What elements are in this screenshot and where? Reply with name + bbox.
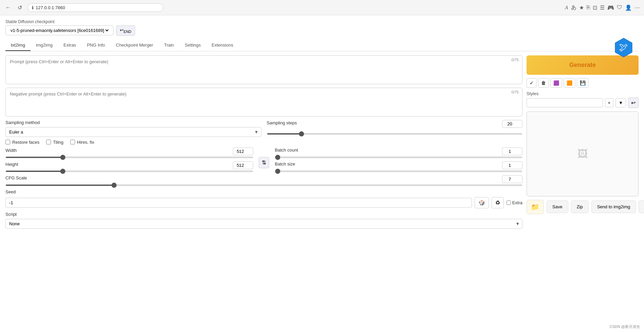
profile-icon[interactable]: 𝐴: [565, 4, 568, 11]
translate-icon[interactable]: あ: [571, 4, 576, 11]
go-icon: ↩: [631, 100, 636, 106]
positive-prompt-box: 0/75: [5, 55, 522, 84]
seed-recycle-button[interactable]: ♻: [492, 197, 504, 208]
tab-extensions[interactable]: Extensions: [206, 40, 239, 51]
purple-style-button[interactable]: 🟪: [550, 78, 562, 88]
seed-label: Seed: [5, 189, 522, 194]
user-avatar[interactable]: 👤: [625, 4, 632, 11]
swap-dimensions-button[interactable]: ⇅: [259, 157, 269, 168]
seed-input[interactable]: [5, 198, 472, 208]
styles-arrow-button[interactable]: ▼: [615, 98, 626, 107]
tiling-label[interactable]: Tiling: [46, 140, 63, 145]
negative-prompt-input[interactable]: [6, 88, 522, 115]
tiling-checkbox[interactable]: [46, 140, 51, 144]
tab-txt2img[interactable]: txt2img: [5, 40, 31, 51]
tab-train[interactable]: Train: [159, 40, 179, 51]
checkpoint-section: Stable Diffusion checkpoint v1-5-pruned-…: [5, 19, 639, 36]
watermark: CSDN @新月清光: [610, 324, 640, 329]
tab-checkpoint-merger[interactable]: Checkpoint Merger: [110, 40, 159, 51]
checkpoint-refresh-button[interactable]: ↩END: [116, 25, 135, 36]
styles-row: × ▼ ↩: [527, 98, 639, 108]
image-placeholder-icon: 🖼: [577, 148, 588, 160]
open-folder-button[interactable]: 📁: [527, 200, 544, 214]
batch-size-header: Batch size: [275, 161, 523, 169]
collections-icon[interactable]: ⎘: [587, 4, 590, 11]
seed-dice-button[interactable]: 🎲: [475, 197, 489, 208]
gamepad-icon[interactable]: 🎮: [607, 4, 614, 11]
sampling-method-select[interactable]: Euler a: [5, 127, 261, 137]
sampling-steps-value[interactable]: [502, 120, 522, 128]
batch-count-item: Batch count: [275, 147, 523, 158]
favorites-icon[interactable]: ★: [579, 4, 584, 11]
batch-count-header: Batch count: [275, 147, 523, 155]
browser-chrome: ← ↺ ℹ 127.0.0.1:7860 𝐴 あ ★ ⎘ ⊡ ☰ 🎮 🛡 👤 ⋯: [0, 0, 644, 15]
batch-size-slider[interactable]: [275, 171, 523, 172]
dimensions-batch-grid: Width Height: [5, 147, 522, 172]
hires-fix-text: Hires. fix: [77, 140, 94, 145]
batch-count-slider[interactable]: [275, 157, 523, 158]
refresh-button[interactable]: ↺: [16, 3, 23, 12]
tab-extras[interactable]: Extras: [58, 40, 81, 51]
styles-dropdown-button[interactable]: ×: [605, 98, 614, 107]
extra-checkbox-label[interactable]: Extra: [507, 200, 522, 205]
send-to-img2img-button[interactable]: Send to img2img: [591, 200, 636, 213]
url-text: 127.0.0.1:7860: [36, 5, 65, 10]
image-canvas: 🖼: [527, 111, 639, 196]
zip-button[interactable]: Zip: [571, 200, 589, 213]
batch-count-value[interactable]: [502, 147, 522, 155]
shield-icon[interactable]: 🛡: [617, 4, 622, 11]
batch-size-value[interactable]: [502, 161, 522, 169]
restore-faces-checkbox[interactable]: [5, 140, 10, 144]
apply-styles-button[interactable]: ✓: [527, 78, 537, 88]
script-select-wrapper: None ▼: [5, 219, 522, 229]
cfg-scale-value[interactable]: [502, 175, 522, 183]
extra-checkbox[interactable]: [507, 200, 511, 205]
cfg-scale-row: CFG Scale: [5, 175, 522, 186]
script-label: Script: [5, 212, 522, 217]
send-to-inpaint-button[interactable]: Send to inpaint: [639, 200, 644, 213]
reader-icon[interactable]: ⊡: [593, 4, 597, 11]
tab-png-info[interactable]: PNG Info: [81, 40, 110, 51]
dropdown-arrow-icon: ▼: [619, 100, 623, 105]
positive-prompt-input[interactable]: [6, 56, 522, 83]
tiling-text: Tiling: [53, 140, 63, 145]
height-label: Height: [5, 162, 18, 167]
hires-fix-checkbox[interactable]: [70, 140, 75, 144]
checkmark-icon: ✓: [530, 80, 534, 86]
batch-count-label: Batch count: [275, 147, 298, 153]
width-header: Width: [5, 147, 253, 155]
recycle-icon: ♻: [495, 200, 500, 206]
styles-go-button[interactable]: ↩: [628, 98, 639, 108]
styles-select[interactable]: [527, 98, 603, 107]
more-icon[interactable]: ⋯: [634, 4, 640, 11]
sidebar-icon[interactable]: ☰: [600, 4, 605, 11]
restore-faces-text: Restore faces: [12, 140, 39, 145]
orange-style-button[interactable]: 🟧: [564, 78, 575, 88]
swap-icon: ⇅: [262, 159, 266, 166]
tab-img2img[interactable]: img2img: [31, 40, 58, 51]
steps-slider-container: [267, 130, 523, 136]
batch-size-item: Batch size: [275, 161, 523, 172]
save-button[interactable]: Save: [547, 200, 568, 213]
script-select[interactable]: None: [5, 219, 522, 229]
height-slider[interactable]: [5, 171, 253, 172]
steps-header: Sampling steps: [267, 120, 523, 128]
cfg-scale-slider[interactable]: [5, 185, 522, 186]
save-style-button[interactable]: 💾: [577, 78, 589, 88]
checkpoint-select[interactable]: v1-5-pruned-emaonly.safetensors [6ce0161…: [5, 25, 113, 35]
checkboxes-row: Restore faces Tiling Hires. fix: [5, 140, 522, 145]
tab-settings[interactable]: Settings: [179, 40, 206, 51]
address-bar[interactable]: ℹ 127.0.0.1:7860: [27, 3, 163, 12]
checkpoint-dropdown[interactable]: v1-5-pruned-emaonly.safetensors [6ce0161…: [9, 28, 110, 33]
sampling-steps-slider[interactable]: [267, 133, 523, 135]
clear-styles-button[interactable]: 🗑: [538, 78, 549, 88]
hires-fix-label[interactable]: Hires. fix: [70, 140, 94, 145]
width-value[interactable]: [233, 147, 253, 155]
styles-select-wrapper: [527, 98, 603, 107]
checkpoint-row: v1-5-pruned-emaonly.safetensors [6ce0161…: [5, 25, 639, 36]
folder-icon: 📁: [531, 203, 539, 211]
width-slider[interactable]: [5, 157, 253, 158]
height-value[interactable]: [233, 161, 253, 169]
back-button[interactable]: ←: [4, 3, 12, 12]
restore-faces-label[interactable]: Restore faces: [5, 140, 39, 145]
